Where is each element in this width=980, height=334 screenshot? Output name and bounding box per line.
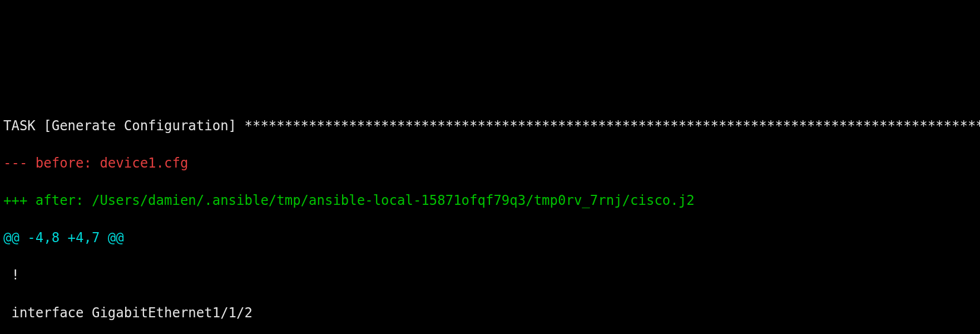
task-header: TASK [Generate Configuration] **********…: [3, 117, 980, 136]
diff-context: !: [3, 266, 980, 285]
diff-before: --- before: device1.cfg: [3, 154, 980, 173]
diff-context: interface GigabitEthernet1/1/2: [3, 304, 980, 323]
terminal: TASK [Generate Configuration] **********…: [0, 94, 980, 334]
diff-after: +++ after: /Users/damien/.ansible/tmp/an…: [3, 191, 980, 210]
diff-hunk-header: @@ -4,8 +4,7 @@: [3, 229, 980, 248]
